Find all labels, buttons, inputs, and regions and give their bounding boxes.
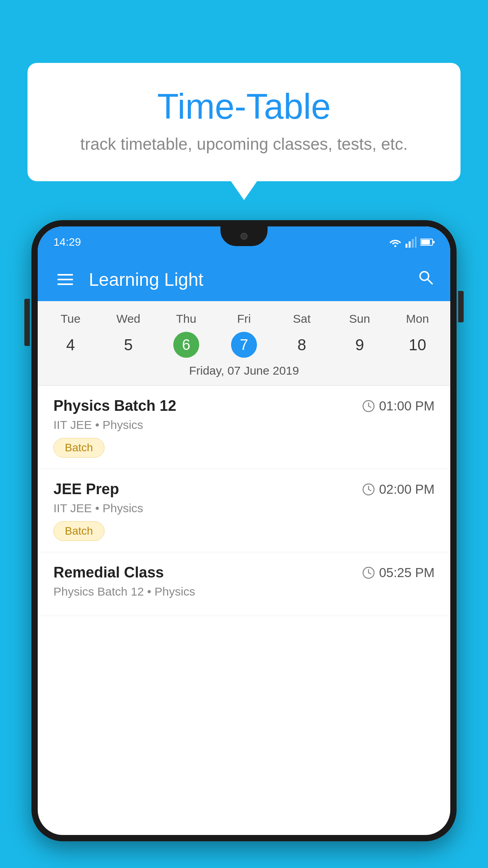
status-time: 14:29 (53, 236, 81, 248)
svg-rect-2 (409, 241, 411, 248)
day-header-thu: Thu (157, 309, 215, 329)
svg-line-15 (369, 489, 371, 491)
selected-date: Friday, 07 June 2019 (38, 358, 450, 385)
class-subtitle-3: Physics Batch 12 • Physics (53, 585, 435, 598)
class-item-2[interactable]: JEE Prep 02:00 PM IIT JEE • Physics Batc… (38, 469, 450, 552)
day-8[interactable]: 8 (297, 332, 306, 358)
clock-icon-3 (362, 566, 375, 579)
class-name-2: JEE Prep (53, 481, 119, 498)
phone-container: 14:29 (31, 220, 457, 868)
day-5[interactable]: 5 (124, 332, 133, 358)
class-name-1: Physics Batch 12 (53, 397, 176, 414)
class-item-3-top: Remedial Class 05:25 PM (53, 564, 435, 581)
svg-line-12 (369, 406, 371, 407)
clock-icon-2 (362, 483, 375, 496)
day-6[interactable]: 6 (173, 332, 199, 358)
day-headers: Tue Wed Thu Fri Sat Sun Mon (38, 309, 450, 329)
day-9-wrapper[interactable]: 9 (331, 332, 389, 358)
day-10-wrapper[interactable]: 10 (389, 332, 446, 358)
svg-line-18 (369, 573, 371, 574)
camera (240, 233, 248, 240)
svg-rect-3 (412, 239, 414, 248)
batch-tag-1: Batch (53, 438, 105, 458)
class-item-2-top: JEE Prep 02:00 PM (53, 481, 435, 498)
app-subtitle: track timetable, upcoming classes, tests… (59, 135, 429, 154)
day-8-wrapper[interactable]: 8 (273, 332, 331, 358)
day-header-tue: Tue (42, 309, 99, 329)
search-button[interactable] (417, 269, 435, 291)
class-time-text-2: 02:00 PM (379, 482, 435, 497)
class-time-1: 01:00 PM (362, 399, 435, 414)
svg-line-9 (427, 279, 432, 284)
notch (220, 226, 268, 246)
day-7[interactable]: 7 (231, 332, 257, 358)
class-list: Physics Batch 12 01:00 PM IIT JEE • Phys… (38, 386, 450, 616)
day-4[interactable]: 4 (66, 332, 75, 358)
wifi-icon (389, 237, 402, 248)
day-7-wrapper[interactable]: 7 (215, 332, 273, 358)
class-time-2: 02:00 PM (362, 482, 435, 497)
svg-rect-1 (405, 244, 407, 248)
status-icons (389, 237, 435, 248)
speech-bubble-container: Time-Table track timetable, upcoming cla… (28, 63, 460, 181)
menu-button[interactable] (53, 270, 77, 289)
day-5-wrapper[interactable]: 5 (99, 332, 157, 358)
search-icon (417, 269, 435, 286)
svg-point-0 (394, 245, 396, 247)
battery-icon (420, 238, 435, 246)
phone-inner: 14:29 (38, 226, 450, 835)
class-subtitle-1: IIT JEE • Physics (53, 418, 435, 432)
app-toolbar: Learning Light (38, 258, 450, 301)
status-bar: 14:29 (38, 226, 450, 258)
batch-tag-2: Batch (53, 521, 105, 541)
day-6-wrapper[interactable]: 6 (157, 332, 215, 358)
day-10[interactable]: 10 (409, 332, 426, 358)
app-title: Time-Table (59, 86, 429, 127)
calendar-strip: Tue Wed Thu Fri Sat Sun Mon 4 5 (38, 301, 450, 386)
class-item-3[interactable]: Remedial Class 05:25 PM Physics Batch 12… (38, 552, 450, 616)
class-name-3: Remedial Class (53, 564, 164, 581)
day-header-mon: Mon (389, 309, 446, 329)
class-time-text-1: 01:00 PM (379, 399, 435, 414)
toolbar-title: Learning Light (89, 269, 417, 290)
day-header-fri: Fri (215, 309, 273, 329)
day-header-wed: Wed (99, 309, 157, 329)
day-header-sun: Sun (331, 309, 389, 329)
day-header-sat: Sat (273, 309, 331, 329)
class-subtitle-2: IIT JEE • Physics (53, 502, 435, 515)
svg-rect-4 (415, 237, 416, 248)
day-9[interactable]: 9 (355, 332, 364, 358)
class-item-1-top: Physics Batch 12 01:00 PM (53, 397, 435, 414)
day-4-wrapper[interactable]: 4 (42, 332, 99, 358)
signal-icon (405, 237, 416, 248)
day-numbers: 4 5 6 7 8 9 (38, 332, 450, 358)
speech-bubble: Time-Table track timetable, upcoming cla… (28, 63, 460, 181)
class-time-3: 05:25 PM (362, 565, 435, 580)
class-item-1[interactable]: Physics Batch 12 01:00 PM IIT JEE • Phys… (38, 386, 450, 469)
svg-rect-7 (433, 241, 435, 243)
phone-outer: 14:29 (31, 220, 457, 841)
class-time-text-3: 05:25 PM (379, 565, 435, 580)
svg-rect-6 (421, 240, 430, 245)
clock-icon-1 (362, 399, 375, 413)
